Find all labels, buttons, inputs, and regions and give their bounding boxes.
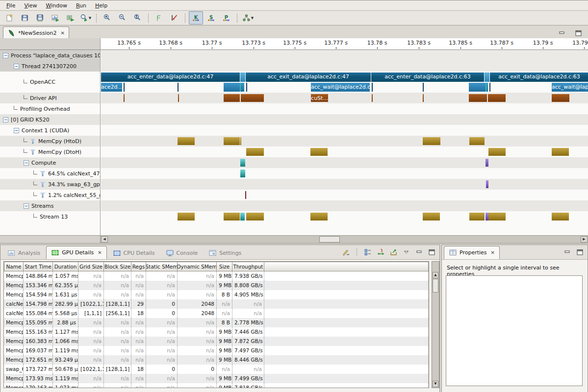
menu-help[interactable]: Help <box>91 1 112 10</box>
interval-bar[interactable] <box>552 213 569 220</box>
column-header-start-time[interactable]: Start Time <box>24 262 53 271</box>
interval-bar[interactable] <box>224 213 240 220</box>
save-button[interactable] <box>18 11 32 24</box>
interval-bar[interactable] <box>310 148 328 156</box>
zoom-fit-button[interactable] <box>130 11 145 24</box>
collapse-icon[interactable]: − <box>14 64 19 69</box>
table-row[interactable]: Memcpy154.594 ms1.631 µsn/an/an/an/an/a8… <box>4 290 429 299</box>
maximize-pane-button[interactable] <box>575 247 585 257</box>
table-row[interactable]: Memcpy160.383 ms1.066 msn/an/an/an/an/a9… <box>4 337 429 346</box>
interval-bar[interactable] <box>489 83 490 92</box>
interval-bar[interactable] <box>178 94 179 102</box>
close-icon[interactable]: ✕ <box>98 250 102 255</box>
interval-bar[interactable] <box>240 83 241 92</box>
table-row[interactable]: Memcpy172.651 ms93.249 µsn/an/an/an/an/a… <box>4 355 429 365</box>
process-coloring-button[interactable]: P <box>219 11 233 24</box>
interval-bar-acc-enter-data-laplace2d-c-63[interactable]: acc_enter_data@laplace2d.c:63 <box>371 73 484 82</box>
interval-bar[interactable] <box>124 94 125 102</box>
export-profile-button[interactable] <box>63 11 77 24</box>
tree-item-kernel-swap-63[interactable]: 34.3% swap_63_gpu <box>0 179 101 190</box>
tab-gpu-details[interactable]: GPU Details✕ <box>46 246 106 259</box>
tab-analysis[interactable]: Analysis <box>2 246 45 259</box>
menu-run[interactable]: Run <box>72 1 91 10</box>
dropdown-caret-icon[interactable]: ▼ <box>89 16 91 20</box>
interval-bar[interactable] <box>423 137 440 145</box>
interval-bar[interactable] <box>486 180 488 188</box>
column-header-block-size[interactable]: Block Size <box>104 262 131 271</box>
table-row[interactable]: calcNext155.084 ms5.568 µs[1,1,1][256,1,… <box>4 309 429 318</box>
zoom-out-button[interactable] <box>115 11 129 24</box>
interval-bar[interactable] <box>124 83 125 92</box>
tab-cpu-details[interactable]: CPU Details <box>108 246 160 259</box>
snap-to-margin-button[interactable] <box>152 11 166 24</box>
scroll-down-button[interactable]: ▼ <box>433 381 438 387</box>
edit-filter-button[interactable] <box>341 247 351 257</box>
interval-bar[interactable] <box>240 170 245 177</box>
collapse-icon[interactable]: − <box>3 53 8 58</box>
table-row[interactable]: Memcpy179.163 ms1.073 msn/an/an/an/an/a9… <box>4 383 429 388</box>
interval-bar-acc-wait-laplace2d-c-[interactable]: acc_wait@laplace2d.c... <box>311 83 370 92</box>
minimize-view-button[interactable] <box>557 28 566 38</box>
interval-bar[interactable] <box>469 137 485 145</box>
column-header-throughput[interactable]: Throughput <box>232 262 264 271</box>
collapse-icon[interactable]: − <box>3 117 8 122</box>
tab-settings[interactable]: Settings <box>204 246 246 259</box>
tree-item-process-laplace[interactable]: −Process "laplace_data_clauses 10... <box>0 50 101 61</box>
interval-bar[interactable] <box>486 159 488 167</box>
interval-bar-ace2d-[interactable]: ace2d.... <box>101 83 122 92</box>
tree-item-grid-k520[interactable]: −[0] GRID K520 <box>0 114 101 125</box>
scroll-left-button[interactable]: ◀ <box>101 236 108 243</box>
interval-bar[interactable] <box>240 73 245 82</box>
tree-item-memcpy-htod[interactable]: MemCpy (HtoD) <box>0 136 101 147</box>
tree-item-thread-2741307200[interactable]: −Thread 2741307200 <box>0 61 101 72</box>
table-row[interactable]: calcNext154.798 ms282.99 µs[1022,1,1][12… <box>4 299 429 309</box>
timeline-horizontal-scrollbar[interactable]: ◀ ▶ <box>0 235 588 243</box>
interval-bar[interactable] <box>240 213 245 220</box>
view-menu-button[interactable] <box>401 247 411 257</box>
interval-bar[interactable] <box>423 83 424 92</box>
collapse-icon[interactable]: − <box>14 128 19 133</box>
interval-bar[interactable] <box>246 83 247 92</box>
table-vertical-scrollbar[interactable]: ▲ ▼ <box>432 261 439 388</box>
column-header-duration[interactable]: Duration <box>53 262 78 271</box>
new-session-button[interactable] <box>2 11 17 24</box>
filter-funnel-icon[interactable] <box>30 149 36 155</box>
tab-newsession2[interactable]: *NewSession2 ✕ <box>3 26 69 39</box>
tree-item-profiling-overhead[interactable]: Profiling Overhead <box>0 103 101 114</box>
tree-item-driver-api[interactable]: Driver API <box>0 93 101 103</box>
group-by-button[interactable] <box>363 247 373 257</box>
interval-bar[interactable] <box>310 213 328 220</box>
interval-bar[interactable] <box>469 213 485 220</box>
interval-bar[interactable] <box>488 148 506 156</box>
menu-view[interactable]: View <box>20 1 41 10</box>
generate-timeline-button[interactable] <box>48 11 62 24</box>
column-header-size[interactable]: Size <box>217 262 232 271</box>
filter-funnel-icon[interactable] <box>40 171 46 176</box>
interval-bar[interactable] <box>488 94 506 102</box>
interval-bar-acc-exit-data-laplace2d-c-63[interactable]: acc_exit_data@laplace2d.c:63 <box>490 73 588 82</box>
close-icon[interactable]: ✕ <box>60 30 64 36</box>
tree-item-openacc[interactable]: OpenACC <box>0 72 101 93</box>
interval-bar[interactable] <box>241 94 264 102</box>
tab-console[interactable]: Console <box>161 246 203 259</box>
scrollbar-thumb[interactable] <box>319 236 340 243</box>
interval-bar[interactable] <box>552 94 569 102</box>
table-row[interactable]: Memcpy148.864 ms1.057 msn/an/an/an/an/a9… <box>4 271 429 281</box>
tree-item-context-1-cuda[interactable]: −Context 1 (CUDA) <box>0 125 101 136</box>
close-icon[interactable]: ✕ <box>491 250 495 255</box>
table-row[interactable]: Memcpy173.93 ms1.119 msn/an/an/an/an/a9 … <box>4 374 429 383</box>
scroll-up-button[interactable]: ▲ <box>433 272 438 278</box>
dropdown-caret-icon[interactable]: ▼ <box>251 16 254 20</box>
resize-columns-button[interactable] <box>376 247 385 257</box>
column-header-regs[interactable]: Regs <box>131 262 146 271</box>
interval-bar[interactable] <box>246 148 264 156</box>
menu-window[interactable]: Window <box>42 1 72 10</box>
scrollbar-thumb[interactable] <box>433 279 438 293</box>
column-header-static-smem[interactable]: Static SMem <box>146 262 178 271</box>
filter-funnel-icon[interactable] <box>30 139 36 144</box>
stream-coloring-button[interactable]: S <box>204 11 218 24</box>
interval-bar[interactable] <box>240 137 241 145</box>
interval-bar[interactable] <box>178 83 179 92</box>
tree-item-stream-13[interactable]: Stream 13 <box>0 211 101 222</box>
filter-funnel-icon[interactable] <box>40 193 46 198</box>
